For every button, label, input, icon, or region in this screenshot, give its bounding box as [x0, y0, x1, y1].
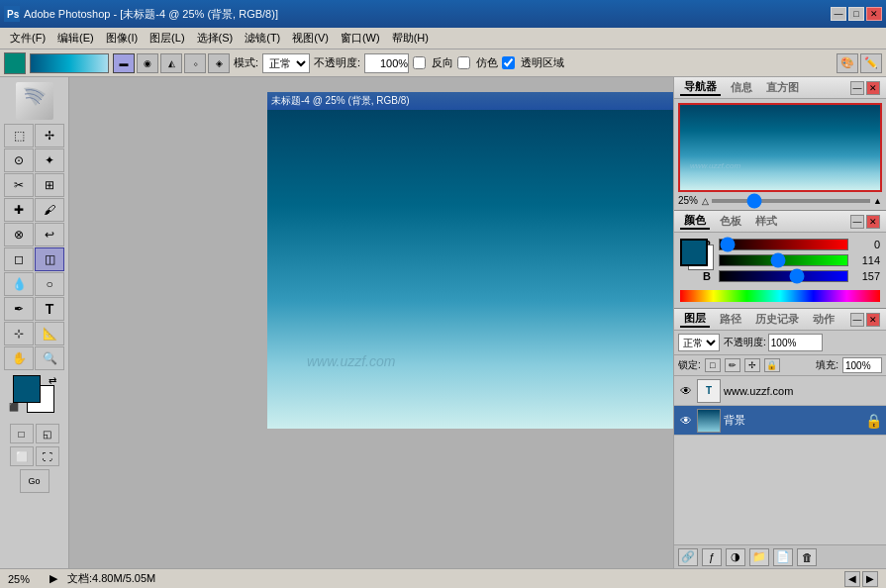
color-close-button[interactable]: ✕	[866, 215, 880, 229]
dodge-tool[interactable]: ○	[35, 272, 64, 296]
history-brush-tool[interactable]: ↩	[35, 223, 64, 246]
opacity-input[interactable]	[364, 53, 409, 73]
layer-row-background[interactable]: 👁 背景 🔒	[674, 406, 886, 436]
magic-wand-tool[interactable]: ✦	[35, 148, 64, 172]
layer-visibility-bg[interactable]: 👁	[678, 413, 694, 429]
zoom-in-icon[interactable]: ▲	[873, 196, 882, 206]
tab-layers[interactable]: 图层	[680, 311, 710, 328]
quickmask-mode-button[interactable]: ◱	[36, 424, 59, 443]
layer-style-button[interactable]: ƒ	[702, 548, 722, 566]
tab-styles[interactable]: 样式	[751, 214, 781, 229]
gradient-linear-button[interactable]: ▬	[113, 53, 135, 73]
new-layer-button[interactable]: 📄	[773, 548, 793, 566]
foreground-color[interactable]	[13, 375, 41, 403]
menu-view[interactable]: 视图(V)	[286, 29, 335, 48]
reverse-checkbox[interactable]	[413, 56, 426, 69]
menu-layer[interactable]: 图层(L)	[144, 29, 190, 48]
navigator-preview[interactable]: www.uzzf.com	[678, 103, 882, 192]
marquee-tool[interactable]: ⬚	[4, 124, 34, 147]
move-tool[interactable]: ✢	[35, 124, 64, 147]
lock-transparency-button[interactable]: □	[705, 358, 721, 372]
tab-channels[interactable]: 路径	[716, 312, 745, 327]
color-fg-box[interactable]	[680, 239, 708, 266]
standard-mode-button[interactable]: □	[10, 424, 34, 443]
menu-image[interactable]: 图像(I)	[100, 29, 144, 48]
type-tool[interactable]: T	[35, 297, 64, 321]
fill-input[interactable]	[842, 357, 882, 373]
layer-mask-button[interactable]: ◑	[726, 548, 745, 566]
minimize-button[interactable]: —	[831, 7, 846, 21]
zoom-tool[interactable]: 🔍	[35, 346, 64, 370]
link-layers-button[interactable]: 🔗	[678, 548, 698, 566]
menu-edit[interactable]: 编辑(E)	[51, 29, 100, 48]
gradient-diamond-button[interactable]: ◈	[208, 53, 230, 73]
stamp-tool[interactable]: ⊗	[4, 223, 34, 246]
brush-options-button[interactable]: 🎨	[837, 53, 858, 73]
menu-select[interactable]: 选择(S)	[191, 29, 240, 48]
gradient-radial-button[interactable]: ◉	[137, 53, 158, 73]
painting-button[interactable]: ✏️	[860, 53, 882, 73]
healing-tool[interactable]: ✚	[4, 198, 34, 222]
tab-color[interactable]: 颜色	[680, 213, 710, 230]
blend-mode-select[interactable]: 正常	[678, 334, 720, 351]
b-channel-slider[interactable]	[719, 270, 848, 282]
layer-row-text[interactable]: 👁 T www.uzzf.com	[674, 376, 886, 406]
crop-tool[interactable]: ✂	[4, 173, 34, 197]
gradient-preview[interactable]	[30, 53, 109, 73]
tab-histogram[interactable]: 直方图	[762, 80, 803, 95]
g-channel-slider[interactable]	[719, 254, 848, 266]
status-left-button[interactable]: ◀	[844, 571, 860, 587]
r-channel-slider[interactable]	[719, 239, 848, 250]
tab-info[interactable]: 信息	[727, 80, 756, 95]
blur-tool[interactable]: 💧	[4, 272, 34, 296]
menu-file[interactable]: 文件(F)	[4, 29, 51, 48]
lasso-tool[interactable]: ⊙	[4, 148, 34, 172]
standard-screen-button[interactable]: ⬜	[10, 446, 34, 466]
slice-tool[interactable]: ⊞	[35, 173, 64, 197]
navigator-close-button[interactable]: ✕	[866, 81, 880, 95]
hand-tool[interactable]: ✋	[4, 346, 34, 370]
layers-minimize-button[interactable]: —	[850, 313, 864, 327]
layer-visibility-text[interactable]: 👁	[678, 383, 694, 399]
tab-history[interactable]: 历史记录	[751, 312, 803, 327]
opacity-input[interactable]	[768, 334, 823, 351]
dither-checkbox[interactable]	[457, 56, 470, 69]
delete-layer-button[interactable]: 🗑	[797, 548, 817, 566]
new-group-button[interactable]: 📁	[749, 548, 769, 566]
lock-pixels-button[interactable]: ✏	[725, 358, 740, 372]
menu-filter[interactable]: 滤镜(T)	[239, 29, 286, 48]
gradient-reflect-button[interactable]: ⬦	[184, 53, 206, 73]
brush-tool[interactable]: 🖌	[35, 198, 64, 222]
tab-navigator[interactable]: 导航器	[680, 79, 721, 96]
layers-panel: 图层 路径 历史记录 动作 — ✕ 正常 不透明度:	[674, 309, 886, 568]
zoom-slider[interactable]	[712, 199, 870, 203]
zoom-out-icon[interactable]: △	[702, 196, 709, 206]
maximize-button[interactable]: □	[848, 7, 864, 21]
navigator-minimize-button[interactable]: —	[850, 81, 864, 95]
document-canvas[interactable]: www.uzzf.com	[267, 110, 673, 429]
color-minimize-button[interactable]: —	[850, 215, 864, 229]
mode-select[interactable]: 正常	[262, 53, 310, 73]
gradient-angle-button[interactable]: ◭	[160, 53, 182, 73]
color-spectrum[interactable]	[680, 290, 880, 302]
default-colors-button[interactable]: ⬛	[9, 403, 21, 415]
close-button[interactable]: ✕	[866, 7, 882, 21]
transparency-checkbox[interactable]	[502, 56, 515, 69]
eraser-tool[interactable]: ◻	[4, 247, 34, 271]
lock-all-button[interactable]: 🔒	[764, 358, 780, 372]
lock-position-button[interactable]: ✢	[744, 358, 760, 372]
foreground-color-swatch[interactable]	[4, 52, 26, 74]
menu-help[interactable]: 帮助(H)	[386, 29, 435, 48]
status-right-button[interactable]: ▶	[862, 571, 878, 587]
pen-tool[interactable]: ✒	[4, 297, 34, 321]
layers-close-button[interactable]: ✕	[866, 313, 880, 327]
bridge-button[interactable]: Go	[20, 469, 49, 493]
measure-tool[interactable]: 📐	[35, 322, 64, 345]
tab-actions[interactable]: 动作	[809, 312, 838, 327]
fullscreen-button[interactable]: ⛶	[36, 446, 59, 466]
gradient-tool[interactable]: ◫	[35, 247, 64, 271]
menu-window[interactable]: 窗口(W)	[335, 29, 386, 48]
tab-swatches[interactable]: 色板	[716, 214, 745, 229]
selection-tool[interactable]: ⊹	[4, 322, 34, 345]
status-info-arrow[interactable]: ▶	[48, 573, 59, 585]
